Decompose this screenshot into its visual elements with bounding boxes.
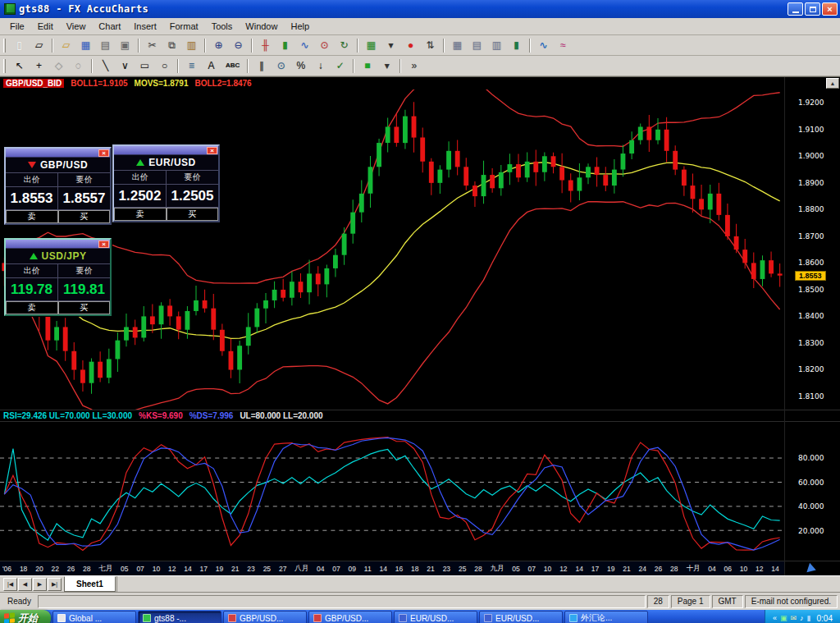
print-button[interactable]: ▤ [96,37,115,54]
buy-button[interactable]: 买 [58,301,111,314]
table-cols-button[interactable]: ▥ [487,37,506,54]
quote-window-eurusd[interactable]: × EUR/USD 出价 要价 1.2502 1.2505 [112,144,220,222]
menu-format[interactable]: Format [163,20,205,33]
table-rows-button[interactable]: ▤ [468,37,486,54]
color-dropdown-button[interactable]: ▾ [377,57,396,75]
buy-button[interactable]: 买 [167,208,219,221]
oscillator-chart [0,422,784,561]
tray-chart-icon[interactable]: ▣ [780,615,788,622]
copy-button[interactable]: ⧉ [162,37,181,54]
lasso-button[interactable]: ◌ [69,57,88,75]
toolbar-grip[interactable] [3,59,6,73]
sell-button[interactable]: 卖 [6,301,58,314]
menu-chart[interactable]: Chart [92,20,127,33]
quote-window-gbpusd[interactable]: × GBP/USD 出价 要价 1.8553 1.8557 [4,147,112,225]
candlestick-chart-button[interactable]: ╫ [256,37,275,54]
abc-label-button[interactable]: ABC [221,57,244,75]
check-button[interactable]: ✓ [331,57,349,75]
color-fill-button[interactable]: ■ [358,57,377,75]
wave-indicator-button[interactable]: ∿ [534,37,553,54]
line-chart-button[interactable]: ∿ [295,37,314,54]
text-tool-button[interactable]: A [202,57,221,75]
menu-help[interactable]: Help [284,20,316,33]
sell-button[interactable]: 卖 [6,210,58,223]
magnifier-button[interactable]: ⊙ [272,57,290,75]
close-button[interactable]: × [822,2,838,16]
table-grid-button[interactable]: ▦ [448,37,467,54]
polyline-button[interactable]: ∨ [116,57,135,75]
record-button[interactable]: ● [401,37,420,54]
sheet-nav-last-button[interactable]: ▶| [48,578,62,591]
taskbar-task-6[interactable]: 外汇论... [564,611,648,623]
taskbar-task-0[interactable]: Global ... [52,611,136,623]
hand-button[interactable]: ◇ [49,57,68,75]
area-chart-button[interactable]: ▦ [362,37,381,54]
tray-message-icon[interactable]: ✉ [791,615,797,622]
taskbar-task-2[interactable]: GBP/USD... [223,611,307,623]
print-preview-button[interactable]: ▣ [116,37,135,54]
crosshair-button[interactable]: + [30,57,48,75]
taskbar-task-1[interactable]: gts88 -... [138,611,221,623]
quote-window-titlebar[interactable]: × [6,240,110,249]
task-window-icon [228,614,236,622]
tray-network-icon[interactable]: ▮ [807,615,811,622]
chart-type-dropdown-button[interactable]: ▾ [381,37,400,54]
taskbar-task-4[interactable]: EUR/USD... [394,611,477,623]
zoom-out-button[interactable]: ⊖ [229,37,248,54]
new-button[interactable]: ▯ [10,37,29,54]
pause-button[interactable]: ∥ [252,57,271,75]
taskbar-task-3[interactable]: GBP/USD... [308,611,392,623]
ellipse-tool-button[interactable]: ○ [155,57,174,75]
clock-button[interactable]: ⊙ [315,37,334,54]
sell-button[interactable]: 卖 [114,208,167,221]
menu-tools[interactable]: Tools [205,20,240,33]
sheet-nav-next-button[interactable]: ▶ [33,578,47,591]
oscillator-button[interactable]: ≈ [554,37,573,54]
menu-edit[interactable]: Edit [31,20,60,33]
price-chart-canvas[interactable]: × GBP/USD 出价 要价 1.8553 1.8557 [0,89,784,410]
rectangle-tool-button[interactable]: ▭ [135,57,154,75]
percent-button[interactable]: % [291,57,310,75]
pair-name: GBP/USD [40,159,88,171]
quote-window-titlebar[interactable]: × [6,149,110,158]
open-folder-button[interactable]: ▱ [57,37,75,54]
time-axis-label: 21 [623,565,630,573]
sheet-nav-first-button[interactable]: |◀ [3,578,17,591]
close-icon[interactable]: × [98,149,109,157]
quote-window-usdjpy[interactable]: × USD/JPY 出价 要价 119.78 119.81 [4,238,112,316]
down-arrow-button[interactable]: ↓ [311,57,330,75]
tray-volume-icon[interactable]: ♪ [800,615,804,622]
close-icon[interactable]: × [98,240,109,248]
menu-view[interactable]: View [60,20,93,33]
buy-button[interactable]: 买 [58,210,111,223]
menu-insert[interactable]: Insert [127,20,163,33]
menu-file[interactable]: File [3,20,31,33]
save-button[interactable]: ▦ [76,37,95,54]
close-icon[interactable]: × [207,147,217,154]
tray-hide-chevron-icon[interactable]: « [773,615,777,622]
start-button[interactable]: 开始 [0,610,51,623]
tab-sheet1[interactable]: Sheet1 [64,576,116,592]
maximize-button[interactable] [805,2,820,16]
taskbar-task-5[interactable]: EUR/USD... [479,611,563,623]
open-button[interactable]: ▱ [30,37,48,54]
toolbar-grip[interactable] [3,39,6,53]
scroll-up-button[interactable]: ▲ [826,78,839,89]
pointer-button[interactable]: ↖ [10,57,29,75]
sheet-nav-prev-button[interactable]: ◀ [18,578,32,591]
menu-window[interactable]: Window [239,20,284,33]
zoom-in-button[interactable]: ⊕ [209,37,228,54]
paste-button[interactable]: ▥ [182,37,201,54]
new-icon: ▯ [16,40,22,50]
trendline-button[interactable]: ╲ [96,57,115,75]
oscillator-panel[interactable] [0,421,784,561]
quote-window-titlebar[interactable]: × [114,146,218,155]
cut-button[interactable]: ✂ [143,37,162,54]
fibonacci-button[interactable]: ≡ [182,57,201,75]
minimize-button[interactable] [788,2,803,16]
refresh-button[interactable]: ↻ [335,37,354,54]
sort-updown-button[interactable]: ⇅ [421,37,440,54]
more-tools-button[interactable]: » [404,57,423,75]
bar-chart-button[interactable]: ▮ [276,37,294,54]
histogram-button[interactable]: ▮ [507,37,526,54]
